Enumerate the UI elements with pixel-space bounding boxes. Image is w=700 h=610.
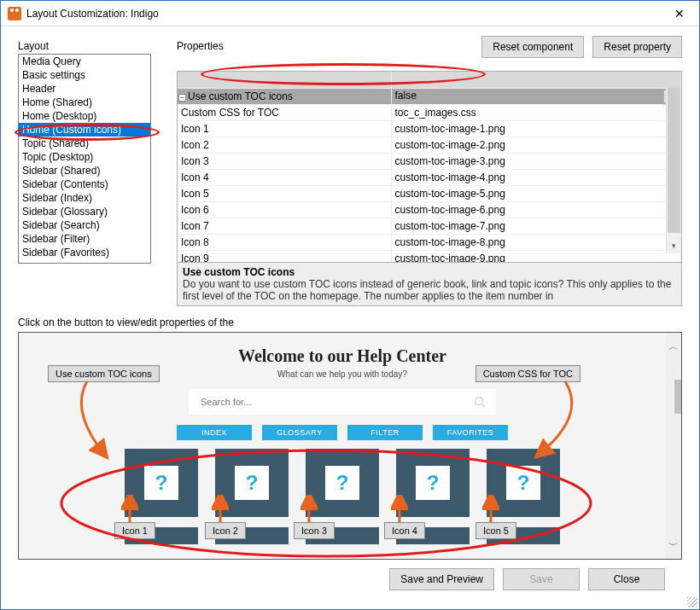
collapse-toggle-icon[interactable]: − bbox=[178, 94, 186, 102]
dialog-window: Layout Customization: Indigo ✕ Layout Me… bbox=[0, 0, 700, 610]
callout-label: Icon 1 bbox=[114, 522, 155, 539]
chevron-up-icon[interactable]: ︿ bbox=[666, 338, 681, 355]
toc-tiles-row: ????? bbox=[19, 449, 666, 517]
dialog-content: Layout Media QueryBasic settingsHeaderHo… bbox=[1, 26, 699, 609]
toc-tile[interactable]: ? bbox=[487, 449, 560, 517]
layout-item[interactable]: Sidebar (Search) bbox=[19, 218, 150, 232]
callout-label: Icon 2 bbox=[205, 522, 246, 539]
property-row[interactable]: Icon 4custom-toc-image-4.png bbox=[178, 169, 681, 185]
layout-item[interactable]: Sidebar (Shared) bbox=[19, 164, 150, 177]
grid-scrollbar[interactable]: ▾ bbox=[666, 88, 680, 253]
help-center-tab[interactable]: FAVORITES bbox=[433, 425, 508, 440]
preview-scrollbar[interactable]: ︿ ﹀ bbox=[666, 333, 681, 559]
callout-label: Use custom TOC icons bbox=[48, 365, 160, 382]
dialog-footer: Save and Preview Save Close bbox=[18, 560, 682, 599]
layout-item[interactable]: Basic settings bbox=[19, 68, 150, 82]
help-center-tab[interactable]: FILTER bbox=[347, 425, 423, 440]
property-row[interactable]: Icon 5custom-toc-image-5.png bbox=[178, 185, 681, 201]
layout-item[interactable]: Home (Shared) bbox=[19, 96, 150, 109]
layout-item[interactable]: Sidebar (Index) bbox=[19, 191, 150, 205]
property-row[interactable]: Icon 1custom-toc-image-1.png bbox=[178, 120, 681, 137]
callout-label: Icon 5 bbox=[475, 522, 516, 539]
layout-label: Layout bbox=[18, 40, 151, 52]
question-mark-icon: ? bbox=[144, 466, 178, 500]
svg-line-1 bbox=[482, 404, 486, 408]
title-bar: Layout Customization: Indigo ✕ bbox=[1, 1, 699, 26]
callout-label: Icon 4 bbox=[384, 522, 425, 539]
layout-listbox[interactable]: Media QueryBasic settingsHeaderHome (Sha… bbox=[18, 54, 151, 264]
search-input[interactable] bbox=[199, 396, 474, 408]
reset-property-button[interactable]: Reset property bbox=[592, 36, 682, 58]
property-row[interactable]: Icon 3custom-toc-image-3.png bbox=[178, 153, 681, 169]
property-row[interactable]: Icon 9custom-toc-image-9.png bbox=[178, 250, 681, 262]
property-row[interactable]: Use custom TOC iconsfalse▾ bbox=[178, 88, 681, 104]
property-row[interactable]: Icon 6custom-toc-image-6.png bbox=[178, 201, 681, 218]
layout-item[interactable]: Home (Desktop) bbox=[19, 109, 150, 123]
question-mark-icon: ? bbox=[235, 466, 269, 500]
reset-component-button[interactable]: Reset component bbox=[481, 36, 584, 58]
resize-grip-icon[interactable] bbox=[687, 597, 697, 607]
window-title: Layout Customization: Indigo bbox=[26, 8, 667, 20]
property-row[interactable]: Icon 2custom-toc-image-2.png bbox=[178, 137, 681, 153]
layout-item[interactable]: Header bbox=[19, 82, 150, 96]
help-center-tabs: INDEXGLOSSARYFILTERFAVORITES bbox=[19, 425, 666, 440]
layout-item[interactable]: Home (Custom icons) bbox=[19, 123, 150, 137]
properties-grid[interactable]: − Use custom TOC iconsfalse▾Custom CSS f… bbox=[177, 71, 682, 306]
close-button[interactable]: Close bbox=[588, 568, 665, 590]
preview-instruction: Click on the button to view/edit propert… bbox=[18, 317, 682, 328]
toc-tile[interactable]: ? bbox=[215, 449, 289, 517]
toc-tile[interactable]: ? bbox=[306, 449, 379, 517]
property-row[interactable]: Icon 7custom-toc-image-7.png bbox=[178, 218, 681, 234]
layout-item[interactable]: Sidebar (Favorites) bbox=[19, 246, 150, 259]
callout-label: Icon 3 bbox=[294, 522, 335, 539]
save-button[interactable]: Save bbox=[503, 568, 580, 590]
layout-item[interactable]: Sidebar (Filter) bbox=[19, 232, 150, 246]
search-icon bbox=[474, 396, 486, 408]
svg-point-0 bbox=[475, 398, 483, 405]
question-mark-icon: ? bbox=[325, 466, 359, 500]
help-center-tab[interactable]: GLOSSARY bbox=[262, 425, 337, 440]
chevron-down-icon[interactable]: ﹀ bbox=[666, 537, 681, 554]
help-center-tab[interactable]: INDEX bbox=[177, 425, 252, 440]
callout-label: Custom CSS for TOC bbox=[475, 365, 580, 382]
layout-item[interactable]: Topic (Desktop) bbox=[19, 150, 150, 164]
help-center-preview: Welcome to our Help Center What can we h… bbox=[19, 333, 666, 559]
property-description: Use custom TOC icons Do you want to use … bbox=[178, 262, 681, 305]
toc-tile[interactable]: ? bbox=[396, 449, 470, 517]
property-row[interactable]: Icon 8custom-toc-image-8.png bbox=[178, 234, 681, 250]
chevron-down-icon[interactable]: ▾ bbox=[667, 239, 681, 253]
close-icon[interactable]: ✕ bbox=[667, 1, 692, 26]
layout-item[interactable]: Media Query bbox=[19, 55, 150, 68]
toc-tile[interactable]: ? bbox=[125, 449, 198, 517]
layout-item[interactable]: Topic (Shared) bbox=[19, 137, 150, 150]
layout-item[interactable]: Sidebar (Contents) bbox=[19, 177, 150, 191]
save-and-preview-button[interactable]: Save and Preview bbox=[389, 568, 494, 590]
question-mark-icon: ? bbox=[506, 466, 540, 500]
preview-panel: Welcome to our Help Center What can we h… bbox=[18, 332, 682, 560]
layout-item[interactable]: Sidebar (Glossary) bbox=[19, 205, 150, 218]
search-box[interactable] bbox=[189, 389, 496, 415]
app-icon bbox=[8, 7, 21, 20]
question-mark-icon: ? bbox=[416, 466, 450, 500]
help-center-title: Welcome to our Help Center bbox=[19, 346, 666, 366]
property-row[interactable]: Custom CSS for TOCtoc_c_images.css bbox=[178, 104, 681, 120]
